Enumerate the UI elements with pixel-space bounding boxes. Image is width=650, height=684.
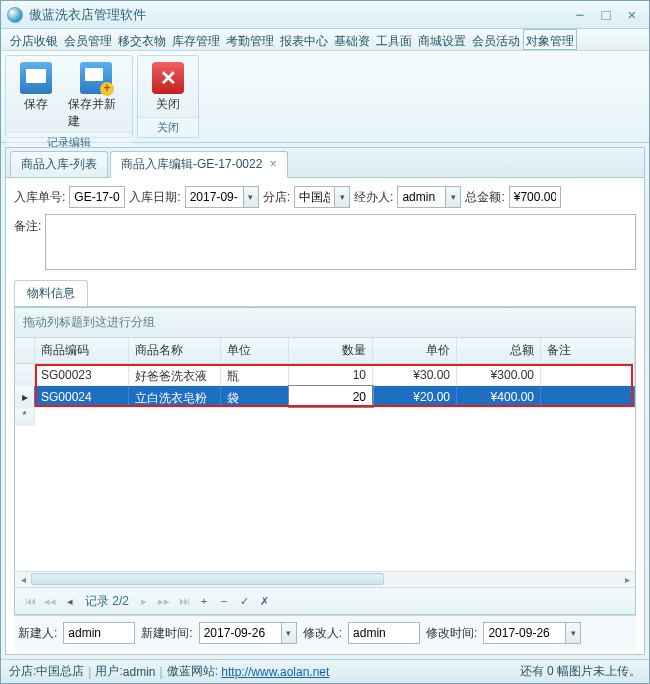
created-input[interactable]	[199, 622, 281, 644]
handler-drop-icon[interactable]: ▾	[445, 186, 461, 208]
cell-name[interactable]: 立白洗衣皂粉	[129, 386, 221, 407]
cell-unit[interactable]: 袋	[221, 386, 289, 407]
tab-edit[interactable]: 商品入库编辑-GE-17-0022 ×	[110, 151, 288, 178]
grid: 拖动列标题到这进行分组 商品编码 商品名称 单位 数量 单价 总额 备注	[14, 307, 636, 615]
tab-list[interactable]: 商品入库-列表	[10, 151, 108, 177]
window-buttons: − □ ×	[569, 6, 643, 23]
col-remark[interactable]: 备注	[541, 338, 635, 363]
scroll-thumb[interactable]	[31, 573, 384, 585]
col-qty[interactable]: 数量	[289, 338, 373, 363]
handler-label: 经办人:	[354, 189, 393, 206]
save-button[interactable]: 保存	[12, 60, 60, 132]
save-and-new-button[interactable]: 保存并新建	[66, 60, 126, 132]
handler-combo[interactable]: ▾	[397, 186, 461, 208]
menu-cashier[interactable]: 分店收银	[7, 29, 61, 50]
modified-drop-icon[interactable]: ▾	[565, 622, 581, 644]
scroll-track[interactable]	[31, 572, 619, 587]
menu-mall[interactable]: 商城设置	[415, 29, 469, 50]
close-editor-button[interactable]: ✕ 关闭	[144, 60, 192, 117]
total-input[interactable]	[509, 186, 561, 208]
group-by-bar[interactable]: 拖动列标题到这进行分组	[15, 308, 635, 338]
nav-confirm-button[interactable]: ✓	[235, 592, 253, 610]
ribbon-group-close: ✕ 关闭 关闭	[137, 55, 199, 138]
date-drop-icon[interactable]: ▾	[243, 186, 259, 208]
modified-combo[interactable]: ▾	[483, 622, 581, 644]
cell-price[interactable]: ¥20.00	[373, 386, 457, 407]
menu-tools[interactable]: 工具面	[373, 29, 415, 50]
branch-input[interactable]	[294, 186, 334, 208]
scroll-right-icon[interactable]: ▸	[619, 572, 635, 587]
tab-list-label: 商品入库-列表	[21, 157, 97, 171]
ribbon-group-close-label: 关闭	[138, 117, 198, 137]
grid-row[interactable]: ▸ SG00024 立白洗衣皂粉 袋 20 ¥20.00 ¥400.00	[15, 386, 635, 408]
branch-combo[interactable]: ▾	[294, 186, 350, 208]
nav-next-button[interactable]: ▸	[135, 592, 153, 610]
status-sep: |	[88, 665, 91, 679]
header-form-row: 入库单号: 入库日期: ▾ 分店: ▾ 经办人: ▾	[14, 186, 636, 208]
cell-remark[interactable]	[541, 364, 635, 385]
col-total[interactable]: 总额	[457, 338, 541, 363]
maximize-button[interactable]: □	[595, 6, 617, 23]
menu-report[interactable]: 报表中心	[277, 29, 331, 50]
subtab-material[interactable]: 物料信息	[14, 280, 88, 306]
nav-first-button[interactable]: ⏮	[21, 592, 39, 610]
nav-last-button[interactable]: ⏭	[175, 592, 193, 610]
grid-row[interactable]: SG00023 好爸爸洗衣液 瓶 10 ¥30.00 ¥300.00	[15, 364, 635, 386]
cell-code[interactable]: SG00023	[35, 364, 129, 385]
cell-code[interactable]: SG00024	[35, 386, 129, 407]
created-combo[interactable]: ▾	[199, 622, 297, 644]
nav-add-button[interactable]: +	[195, 592, 213, 610]
scroll-left-icon[interactable]: ◂	[15, 572, 31, 587]
cell-qty-editing[interactable]: 20	[289, 386, 373, 407]
col-name[interactable]: 商品名称	[129, 338, 221, 363]
cell-qty[interactable]: 10	[289, 364, 373, 385]
menu-base[interactable]: 基础资	[331, 29, 373, 50]
date-combo[interactable]: ▾	[185, 186, 259, 208]
cell-total[interactable]: ¥400.00	[457, 386, 541, 407]
status-branch: 中国总店	[36, 663, 84, 680]
menu-activity[interactable]: 会员活动	[469, 29, 523, 50]
grid-new-row[interactable]: *	[15, 408, 635, 426]
status-site-prefix: 傲蓝网站:	[167, 663, 218, 680]
cell-price[interactable]: ¥30.00	[373, 364, 457, 385]
modified-input[interactable]	[483, 622, 565, 644]
main-panel: 商品入库-列表 商品入库编辑-GE-17-0022 × 入库单号: 入库日期: …	[5, 147, 645, 655]
row-indicator	[15, 364, 35, 385]
col-price[interactable]: 单价	[373, 338, 457, 363]
menu-attendance[interactable]: 考勤管理	[223, 29, 277, 50]
titlebar: 傲蓝洗衣店管理软件 − □ ×	[1, 1, 649, 29]
date-input[interactable]	[185, 186, 243, 208]
order-no-input[interactable]	[69, 186, 125, 208]
menu-object[interactable]: 对象管理	[523, 29, 577, 50]
nav-prev-button[interactable]: ◂	[61, 592, 79, 610]
nav-prevpage-button[interactable]: ◂◂	[41, 592, 59, 610]
modifier-input[interactable]	[348, 622, 420, 644]
tab-close-icon[interactable]: ×	[270, 157, 277, 171]
cell-remark[interactable]	[541, 386, 635, 407]
handler-input[interactable]	[397, 186, 445, 208]
ribbon: 保存 保存并新建 记录编辑 ✕ 关闭 关闭	[1, 51, 649, 143]
body-area: 商品入库-列表 商品入库编辑-GE-17-0022 × 入库单号: 入库日期: …	[1, 143, 649, 659]
grid-h-scrollbar[interactable]: ◂ ▸	[15, 571, 635, 587]
col-indicator	[15, 338, 35, 363]
nav-delete-button[interactable]: −	[215, 592, 233, 610]
close-button[interactable]: ×	[621, 6, 643, 23]
status-site-link[interactable]: http://www.aolan.net	[221, 665, 329, 679]
nav-nextpage-button[interactable]: ▸▸	[155, 592, 173, 610]
nav-cancel-button[interactable]: ✗	[255, 592, 273, 610]
col-unit[interactable]: 单位	[221, 338, 289, 363]
created-drop-icon[interactable]: ▾	[281, 622, 297, 644]
creator-input[interactable]	[63, 622, 135, 644]
cell-unit[interactable]: 瓶	[221, 364, 289, 385]
branch-label: 分店:	[263, 189, 290, 206]
remark-textarea[interactable]	[45, 214, 636, 270]
cell-total[interactable]: ¥300.00	[457, 364, 541, 385]
menu-member[interactable]: 会员管理	[61, 29, 115, 50]
minimize-button[interactable]: −	[569, 6, 591, 23]
branch-drop-icon[interactable]: ▾	[334, 186, 350, 208]
menu-transfer[interactable]: 移交衣物	[115, 29, 169, 50]
col-code[interactable]: 商品编码	[35, 338, 129, 363]
tab-edit-label: 商品入库编辑-GE-17-0022	[121, 157, 262, 171]
menu-stock[interactable]: 库存管理	[169, 29, 223, 50]
cell-name[interactable]: 好爸爸洗衣液	[129, 364, 221, 385]
